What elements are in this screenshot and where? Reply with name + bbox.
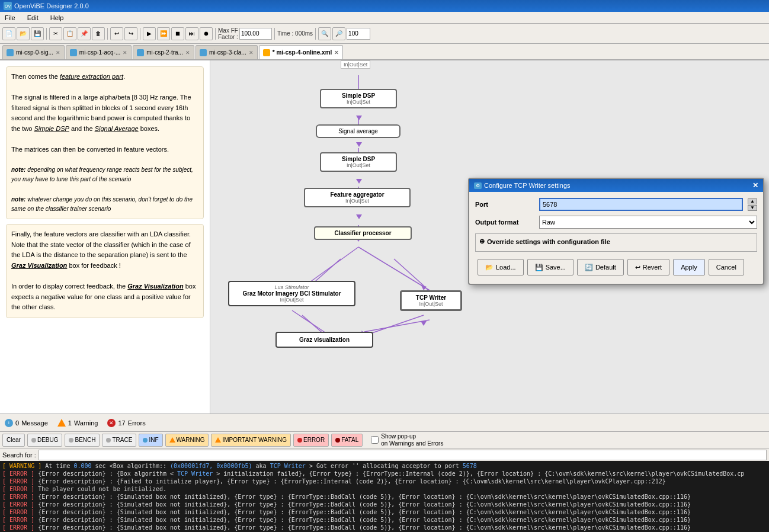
tab-4[interactable]: * mi-csp-4-online.xml ✕: [259, 45, 344, 59]
undo-button[interactable]: ↩: [110, 27, 123, 40]
open-button[interactable]: 📂: [17, 27, 30, 40]
save-icon: 💾: [535, 264, 543, 271]
override-section: ⊕ Override settings with configuration f…: [475, 233, 757, 252]
delete-button[interactable]: 🗑: [92, 27, 105, 40]
message-label: Message: [21, 419, 48, 427]
node-graz-bci-stimulator[interactable]: Lua Stimulator Graz Motor Imagery BCI St…: [228, 281, 355, 306]
stop-button[interactable]: ⏹: [171, 27, 184, 40]
node-classifier-processor[interactable]: Classifier processor: [314, 226, 412, 240]
trace-button[interactable]: TRACE: [102, 434, 136, 447]
node-graz-visualization[interactable]: Graz visualization: [275, 332, 373, 348]
tab-close-0[interactable]: ✕: [56, 50, 60, 56]
node-simple-dsp-1[interactable]: Simple DSP In|Out|Set: [320, 89, 397, 108]
text-feature-intro: Then comes the feature extraction part.: [11, 72, 198, 82]
load-button[interactable]: 📂 Load...: [478, 259, 524, 275]
important-warning-button[interactable]: IMPORTANT WARNING: [211, 434, 291, 447]
clear-button[interactable]: Clear: [2, 434, 25, 447]
record-button[interactable]: ⏺: [200, 27, 213, 40]
speed-input[interactable]: 100: [347, 28, 370, 40]
default-button[interactable]: 🔄 Default: [577, 259, 624, 275]
log-error-tag-7: [ ERROR ]: [2, 517, 34, 523]
trace-label: TRACE: [112, 437, 132, 443]
apply-button[interactable]: Apply: [673, 259, 705, 275]
log-text-0b: sec <Box algorithm::: [95, 463, 166, 469]
dialog-buttons: 📂 Load... 💾 Save... 🔄 Default ↩ Revert A…: [475, 257, 757, 278]
tab-label-1: mi-csp-1-acq-...: [79, 49, 120, 56]
play-button[interactable]: ▶: [143, 27, 156, 40]
separator-6: [315, 28, 316, 40]
tab-label-4: * mi-csp-4-online.xml: [273, 49, 332, 56]
tab-1[interactable]: mi-csp-1-acq-... ✕: [66, 45, 132, 59]
error-filter-button[interactable]: ERROR: [293, 434, 329, 447]
toolbar: 📄 📂 💾 ✂ 📋 📌 🗑 ↩ ↪ ▶ ⏩ ⏹ ⏭ ⏺ Max FFFactor…: [0, 24, 769, 44]
zoom-out-button[interactable]: 🔍: [318, 27, 331, 40]
error-filter-label: ERROR: [303, 437, 325, 443]
tab-close-2[interactable]: ✕: [185, 50, 190, 56]
popup-checkbox[interactable]: [371, 436, 379, 444]
save-dialog-button[interactable]: 💾 Save...: [527, 259, 573, 275]
dialog-body: Port ▲ ▼ Output format Raw ⊕ Override se…: [469, 192, 763, 284]
tab-label-3: mi-csp-3-cla...: [209, 49, 246, 56]
menu-help[interactable]: Help: [48, 14, 66, 22]
port-down-button[interactable]: ▼: [748, 205, 757, 211]
output-format-select[interactable]: Raw: [539, 216, 757, 229]
left-panel: Then comes the feature extraction part. …: [0, 60, 210, 414]
tab-close-4[interactable]: ✕: [334, 50, 339, 56]
fatal-button[interactable]: FATAL: [331, 434, 363, 447]
log-text-1: {Error description} : {Box algorithm <: [38, 470, 174, 477]
menu-edit[interactable]: Edit: [25, 14, 41, 22]
search-input[interactable]: [39, 450, 767, 460]
tab-icon-4: [263, 49, 270, 56]
tab-close-3[interactable]: ✕: [249, 50, 254, 56]
log-error-tag-6: [ ERROR ]: [2, 509, 34, 515]
log-area[interactable]: [ WARNING ] At time 0.000 sec <Box algor…: [0, 461, 769, 532]
menu-file[interactable]: File: [2, 14, 18, 22]
tab-0[interactable]: mi-csp-0-sig... ✕: [2, 45, 65, 59]
copy-button[interactable]: 📋: [63, 27, 76, 40]
info-icon: i: [5, 419, 13, 427]
warning-filter-button[interactable]: WARNING: [165, 434, 209, 447]
inf-button[interactable]: INF: [139, 434, 162, 447]
log-text-0c: aka: [256, 463, 270, 469]
dialog-title-content: ⚙ Configure TCP Writer settings: [474, 182, 571, 189]
redo-button[interactable]: ↪: [124, 27, 137, 40]
time-label: Time : 000ms: [277, 30, 313, 37]
node-feature-aggregator[interactable]: Feature aggregator In|Out|Set: [304, 188, 411, 207]
dialog-close-button[interactable]: ✕: [752, 181, 758, 190]
tab-3[interactable]: mi-csp-3-cla... ✕: [196, 45, 258, 59]
tcp-writer-label: TCP Writer: [416, 294, 446, 301]
port-up-button[interactable]: ▲: [748, 198, 757, 204]
log-line-8: [ ERROR ] {Error description} : {Simulat…: [2, 524, 767, 531]
maxff-input[interactable]: 100.00: [239, 28, 272, 40]
zoom-in-button[interactable]: 🔎: [332, 27, 345, 40]
log-text-3: The player could not be initialized.: [38, 486, 166, 492]
load-icon: 📂: [485, 264, 494, 271]
tab-close-1[interactable]: ✕: [123, 50, 127, 56]
revert-button[interactable]: ↩ Revert: [627, 259, 669, 275]
node-simple-dsp-2[interactable]: Simple DSP In|Out|Set: [320, 152, 397, 172]
tab-2[interactable]: mi-csp-2-tra... ✕: [133, 45, 194, 59]
default-label: Default: [595, 264, 616, 271]
cut-button[interactable]: ✂: [49, 27, 62, 40]
app-title: OpenViBE Designer 2.0.0: [14, 2, 89, 9]
separator-5: [274, 28, 275, 40]
debug-button[interactable]: DEBUG: [27, 434, 63, 447]
step-button[interactable]: ⏩: [157, 27, 170, 40]
tabs-bar: mi-csp-0-sig... ✕ mi-csp-1-acq-... ✕ mi-…: [0, 44, 769, 60]
configure-dialog[interactable]: ⚙ Configure TCP Writer settings ✕ Port ▲…: [468, 178, 764, 285]
tab-icon-1: [70, 49, 77, 56]
cancel-button[interactable]: Cancel: [709, 259, 744, 275]
node-signal-average[interactable]: Signal average: [316, 124, 400, 138]
fastforward-button[interactable]: ⏭: [185, 27, 198, 40]
bench-button[interactable]: BENCH: [65, 434, 100, 447]
save-button[interactable]: 💾: [31, 27, 44, 40]
separator-2: [107, 28, 108, 40]
log-tcpwriter-0: TCP Writer: [270, 463, 306, 469]
bench-label: BENCH: [75, 437, 95, 443]
node-tcp-writer[interactable]: TCP Writer In|Out|Set: [400, 290, 462, 311]
output-format-label: Output format: [475, 219, 534, 226]
port-input[interactable]: [539, 198, 743, 211]
paste-button[interactable]: 📌: [78, 27, 91, 40]
log-line-1: [ ERROR ] {Error description} : {Box alg…: [2, 470, 767, 477]
new-button[interactable]: 📄: [2, 27, 15, 40]
